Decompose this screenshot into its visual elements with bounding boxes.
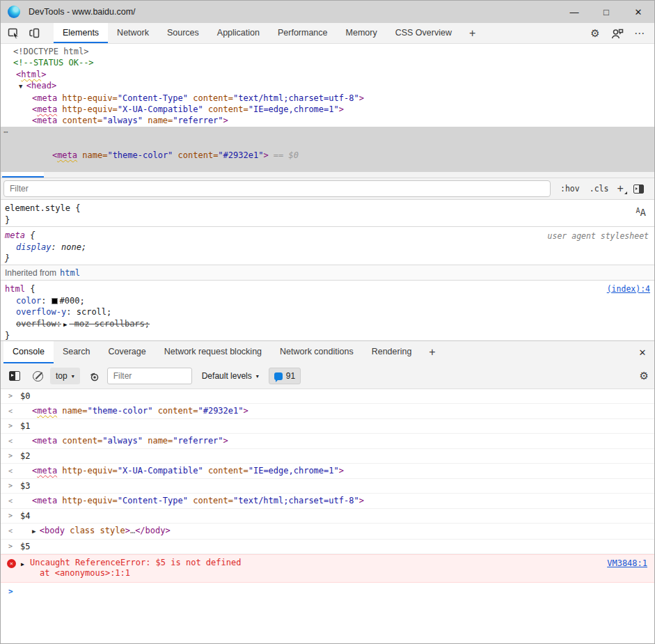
tab-network[interactable]: Network [108, 23, 158, 43]
dom-node-meta-x-ua[interactable]: <meta http-equiv="X-UA-Compatible" conte… [1, 104, 654, 115]
element-style-close[interactable]: } [5, 214, 650, 226]
html-rule-close: } [5, 330, 650, 342]
console-output-2[interactable]: <<meta http-equiv="X-UA-Compatible" cont… [1, 464, 654, 479]
dom-node-doctype[interactable]: <!DOCTYPE html> [1, 46, 654, 57]
window-title: DevTools - www.baidu.com/ [29, 7, 136, 17]
inspect-cursor-icon [8, 27, 20, 39]
tab-rendering[interactable]: Rendering [363, 341, 421, 363]
console-output-0[interactable]: <<meta name="theme-color" content="#2932… [1, 404, 654, 419]
shorthand-expander-icon[interactable]: ▶ [61, 321, 69, 328]
console-output-3[interactable]: <<meta http-equiv="Content-Type" content… [1, 494, 654, 509]
tab-network-conditions[interactable]: Network conditions [271, 341, 363, 363]
console-input-3: >$3 [1, 479, 654, 494]
more-options-icon[interactable]: ⋯ [631, 24, 649, 42]
console-output-4-body[interactable]: <▶ <body class style>…</body> [1, 524, 654, 540]
console-sidebar-icon[interactable] [9, 371, 20, 381]
tab-sources[interactable]: Sources [158, 23, 208, 43]
error-source-link[interactable]: VM3848:1 [607, 558, 647, 569]
error-text-line1: Uncaught ReferenceError: $5 is not defin… [30, 558, 649, 568]
html-rule-section: (index):4 html { color: #000; overflow-y… [1, 281, 654, 340]
error-icon: ✕ [7, 559, 16, 568]
device-toolbar-icon [29, 27, 41, 39]
close-button[interactable]: ✕ [622, 1, 654, 23]
tab-application[interactable]: Application [208, 23, 269, 43]
tab-css-overview[interactable]: CSS Overview [386, 23, 461, 43]
tab-memory[interactable]: Memory [337, 23, 386, 43]
input-chevron-icon: > [8, 509, 13, 523]
inherited-label: Inherited from [5, 268, 56, 278]
tab-console[interactable]: Console [3, 341, 54, 363]
device-toolbar-button[interactable] [24, 23, 45, 43]
input-chevron-icon: > [8, 389, 13, 403]
toolbar-right: ⚙ ⋯ [586, 23, 654, 43]
minimize-button[interactable]: — [558, 1, 590, 23]
html-rule-overflow-y-declaration[interactable]: overflow-y: scroll; [5, 306, 650, 318]
clear-console-icon[interactable] [33, 371, 43, 382]
log-levels-dropdown[interactable]: Default levels ▾ [202, 371, 259, 381]
console-input-4: >$4 [1, 509, 654, 524]
panel-tabs: Elements Network Sources Application Per… [54, 23, 461, 43]
dom-node-meta-theme-color-selected[interactable]: ⋯ <meta name="theme-color" content="#293… [1, 127, 654, 173]
feedback-icon[interactable] [608, 24, 626, 42]
styles-filter-input[interactable] [3, 180, 551, 197]
inherited-node-link[interactable]: html [60, 268, 80, 278]
ua-rule-declaration[interactable]: display: none; [5, 242, 650, 253]
tab-search[interactable]: Search [54, 341, 100, 363]
titlebar: DevTools - www.baidu.com/ — □ ✕ [1, 1, 654, 23]
html-rule-selector[interactable]: html { [5, 283, 650, 295]
html-rule-overflow-declaration-invalid[interactable]: overflow:▶-moz-scrollbars; [5, 318, 650, 331]
console-input-5: >$5 [1, 540, 654, 554]
live-expression-icon[interactable] [88, 371, 100, 382]
add-panel-button[interactable]: + [461, 23, 484, 43]
element-classes-button[interactable]: .cls [590, 184, 609, 194]
javascript-context-dropdown[interactable]: top ▾ [50, 368, 80, 384]
console-toolbar: top ▾ Default levels ▾ 91 ⚙ [1, 363, 654, 389]
tab-performance[interactable]: Performance [269, 23, 337, 43]
ua-stylesheet-rule: meta { display: none; } user agent style… [1, 227, 654, 265]
close-drawer-icon[interactable]: ✕ [631, 341, 654, 363]
dom-node-comment[interactable]: <!--STATUS OK--> [1, 57, 654, 68]
inspect-element-button[interactable] [3, 23, 24, 43]
console-messages: >$0 <<meta name="theme-color" content="#… [1, 389, 654, 583]
font-editor-icon[interactable]: AA [636, 207, 646, 218]
chevron-down-icon: ▾ [72, 373, 74, 379]
devtools-window: { "colors": { "accent_blue": "#1673e1", … [0, 0, 655, 644]
console-output-1[interactable]: <<meta content="always" name="referrer"> [1, 434, 654, 449]
console-filter-input[interactable] [107, 368, 192, 384]
tab-elements[interactable]: Elements [54, 23, 108, 43]
console-input-2: >$2 [1, 449, 654, 464]
color-swatch[interactable] [52, 298, 58, 304]
expand-error-icon[interactable]: ▶ [21, 559, 24, 570]
dom-node-meta-content-type[interactable]: <meta http-equiv="Content-Type" content=… [1, 93, 654, 104]
toggle-pseudo-classes-button[interactable]: :hov [560, 184, 580, 194]
inherited-from-header: Inherited from html [1, 265, 654, 281]
styles-filter-bar: :hov .cls + [1, 178, 654, 200]
node-menu-dots-icon[interactable]: ⋯ [3, 127, 9, 138]
ua-stylesheet-label: user agent stylesheet [548, 231, 649, 241]
html-rule-color-declaration[interactable]: color: #000; [5, 295, 650, 307]
edge-logo-icon [8, 6, 20, 18]
output-chevron-icon: < [8, 494, 13, 508]
input-chevron-icon: > [8, 479, 13, 493]
dom-node-html[interactable]: <html> [1, 69, 654, 80]
element-style-open[interactable]: element.style { [5, 203, 650, 214]
dom-node-head[interactable]: ▼ <head> [1, 80, 654, 92]
ua-rule-close: } [5, 253, 650, 265]
add-drawer-tab-button[interactable]: + [420, 341, 443, 363]
console-error-message[interactable]: ✕ ▶ Uncaught ReferenceError: $5 is not d… [1, 554, 654, 583]
toggle-computed-sidebar-icon[interactable] [633, 184, 644, 194]
settings-gear-icon[interactable]: ⚙ [586, 24, 604, 42]
input-chevron-icon: > [8, 449, 13, 463]
maximize-button[interactable]: □ [590, 1, 622, 23]
output-chevron-icon: < [8, 404, 13, 418]
chevron-down-icon: ▾ [256, 373, 259, 379]
dom-node-meta-referrer[interactable]: <meta content="always" name="referrer"> [1, 115, 654, 126]
tab-network-request-blocking[interactable]: Network request blocking [155, 341, 271, 363]
console-settings-gear-icon[interactable]: ⚙ [640, 370, 649, 382]
issues-counter-badge[interactable]: 91 [269, 368, 301, 384]
prompt-chevron-icon: > [8, 583, 13, 600]
tab-coverage[interactable]: Coverage [99, 341, 155, 363]
elements-tree: <!DOCTYPE html> <!--STATUS OK--> <html> … [1, 44, 654, 138]
stylesheet-source-link[interactable]: (index):4 [607, 284, 650, 294]
new-style-rule-button[interactable]: + [617, 182, 623, 195]
